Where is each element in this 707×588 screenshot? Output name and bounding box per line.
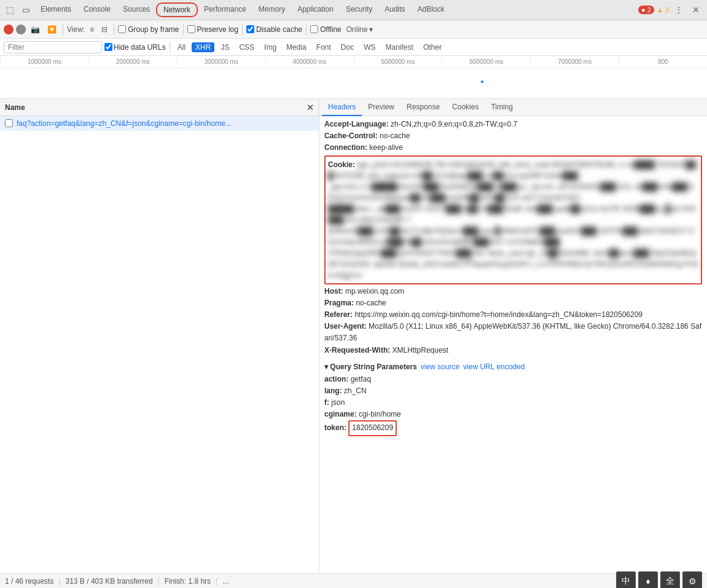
close-left-panel-icon[interactable]: ✕: [307, 103, 314, 112]
tab-elements[interactable]: Elements: [34, 0, 77, 20]
left-panel-header: Name ✕: [0, 99, 319, 116]
tab-adblock[interactable]: AdBlock: [412, 0, 451, 20]
record-button[interactable]: [4, 25, 14, 34]
type-other[interactable]: Other: [420, 42, 445, 52]
status-requests: 1 / 46 requests: [5, 577, 53, 586]
main-area: Name ✕ faq?action=getfaq&lang=zh_CN&f=js…: [0, 99, 707, 573]
group-by-frame-checkbox[interactable]: [118, 25, 126, 33]
timeline-mark-3: 3000000 ms: [177, 56, 265, 68]
timeline-mark-2: 2000000 ms: [88, 56, 177, 68]
type-ws[interactable]: WS: [360, 42, 379, 52]
devtools-tab-bar: ⬚ ▭ Elements Console Sources Network Per…: [0, 0, 707, 20]
tab-preview[interactable]: Preview: [362, 99, 400, 116]
header-pragma: Pragma: no-cache: [324, 297, 702, 309]
view-label: View:: [67, 25, 85, 34]
type-all[interactable]: All: [174, 42, 189, 52]
qs-lang: lang: zh_CN: [324, 385, 702, 397]
tab-right-area: ● 2 ▲ 3 ⋮ ✕: [638, 2, 702, 17]
filter-row: Hide data URLs All XHR JS CSS Img Media …: [0, 39, 707, 56]
preserve-log-checkbox[interactable]: [187, 25, 195, 33]
disable-cache-label[interactable]: Disable cache: [246, 25, 302, 34]
type-font[interactable]: Font: [313, 42, 335, 52]
close-devtools-icon[interactable]: ✕: [690, 4, 702, 16]
more-options-icon[interactable]: ⋮: [671, 2, 686, 17]
type-doc[interactable]: Doc: [337, 42, 357, 52]
tab-headers[interactable]: Headers: [322, 99, 362, 116]
tab-timing[interactable]: Timing: [485, 99, 519, 116]
timeline-mark-6: 6000000 ms: [442, 56, 530, 68]
hide-data-urls-label[interactable]: Hide data URLs: [104, 43, 166, 52]
bottom-icon-settings[interactable]: ⚙: [682, 571, 702, 589]
filter-input[interactable]: [4, 41, 102, 53]
tab-application[interactable]: Application: [291, 0, 340, 20]
type-css[interactable]: CSS: [235, 42, 258, 52]
left-panel: Name ✕ faq?action=getfaq&lang=zh_CN&f=js…: [0, 99, 319, 573]
hide-data-urls-checkbox[interactable]: [104, 43, 112, 51]
timeline-mark-5: 5000000 ms: [354, 56, 442, 68]
qs-cginame: cginame: cgi-bin/home: [324, 409, 702, 420]
tab-cookies[interactable]: Cookies: [446, 99, 485, 116]
right-panel-tabs: Headers Preview Response Cookies Timing: [319, 99, 707, 116]
offline-checkbox[interactable]: [310, 25, 318, 33]
qs-f: f: json: [324, 397, 702, 409]
type-img[interactable]: Img: [260, 42, 280, 52]
header-x-requested-with: X-Requested-With: XMLHttpRequest: [324, 345, 702, 356]
request-checkbox[interactable]: [5, 119, 13, 127]
cookie-section: Cookie: pgv_pvid=2412466249; Rk=vWXq9sZe…: [324, 155, 702, 284]
timeline-mark-8: 800: [619, 56, 707, 68]
warn-badge: ▲ 3: [657, 6, 669, 14]
qs-token: token: 1820506209: [324, 420, 702, 436]
status-finish: Finish: 1.8 hrs: [165, 577, 211, 586]
headers-content[interactable]: Accept-Language: zh-CN,zh;q=0.9,en;q=0.8…: [319, 116, 707, 573]
timeline-ruler: 1000000 ms 2000000 ms 3000000 ms 4000000…: [0, 56, 707, 68]
tab-network[interactable]: Network: [156, 2, 198, 17]
bottom-icon-diamond[interactable]: ♦: [638, 571, 658, 589]
offline-label[interactable]: Offline: [310, 25, 341, 34]
inspect-icon[interactable]: ⬚: [2, 2, 17, 17]
query-string-toggle[interactable]: ▾ Query String Parameters: [324, 363, 417, 371]
online-dropdown[interactable]: Online ▾: [344, 24, 376, 35]
tab-audits[interactable]: Audits: [378, 0, 411, 20]
camera-button[interactable]: 📷: [28, 24, 42, 35]
preserve-log-label[interactable]: Preserve log: [187, 25, 238, 34]
bottom-icon-zhong[interactable]: 中: [616, 571, 636, 589]
status-more: ...: [222, 577, 229, 586]
header-cache-control: Cache-Control: no-cache: [324, 130, 702, 142]
tab-security[interactable]: Security: [340, 0, 378, 20]
list-view-button[interactable]: ≡: [87, 24, 96, 35]
query-string-header: ▾ Query String Parameters view source vi…: [324, 360, 702, 374]
disable-cache-checkbox[interactable]: [246, 25, 254, 33]
clear-button[interactable]: [16, 25, 26, 34]
tab-performance[interactable]: Performance: [198, 0, 252, 20]
status-transferred: 313 B / 403 KB transferred: [66, 577, 153, 586]
status-bar: 1 / 46 requests | 313 B / 403 KB transfe…: [0, 573, 707, 588]
timeline-body: [0, 68, 707, 98]
request-name: faq?action=getfaq&lang=zh_CN&f=json&cgin…: [17, 119, 232, 128]
view-source-link[interactable]: view source: [421, 363, 459, 371]
header-connection: Connection: keep-alive: [324, 142, 702, 154]
view-url-encoded-link[interactable]: view URL encoded: [463, 363, 525, 371]
tab-memory[interactable]: Memory: [252, 0, 291, 20]
bottom-icon-quan[interactable]: 全: [660, 571, 680, 589]
type-manifest[interactable]: Manifest: [382, 42, 417, 52]
device-icon[interactable]: ▭: [18, 2, 33, 17]
type-xhr[interactable]: XHR: [192, 42, 214, 52]
timeline-mark-4: 4000000 ms: [265, 56, 354, 68]
tab-console[interactable]: Console: [77, 0, 117, 20]
filter-button[interactable]: 🔽: [45, 24, 59, 35]
tab-response[interactable]: Response: [400, 99, 446, 116]
timeline-mark-1: 1000000 ms: [0, 56, 88, 68]
timeline-area: 1000000 ms 2000000 ms 3000000 ms 4000000…: [0, 56, 707, 99]
waterfall-view-button[interactable]: ⊟: [99, 24, 110, 35]
qs-action: action: getfaq: [324, 374, 702, 385]
token-value: 1820506209: [348, 420, 397, 436]
bottom-icons: 中 ♦ 全 ⚙: [616, 571, 702, 589]
header-accept-language: Accept-Language: zh-CN,zh;q=0.9,en;q=0.8…: [324, 119, 702, 130]
right-panel: Headers Preview Response Cookies Timing …: [319, 99, 707, 573]
header-host: Host: mp.weixin.qq.com: [324, 286, 702, 297]
request-item[interactable]: faq?action=getfaq&lang=zh_CN&f=json&cgin…: [0, 116, 319, 131]
group-by-frame-label[interactable]: Group by frame: [118, 25, 179, 34]
tab-sources[interactable]: Sources: [117, 0, 156, 20]
type-js[interactable]: JS: [217, 42, 233, 52]
type-media[interactable]: Media: [283, 42, 310, 52]
